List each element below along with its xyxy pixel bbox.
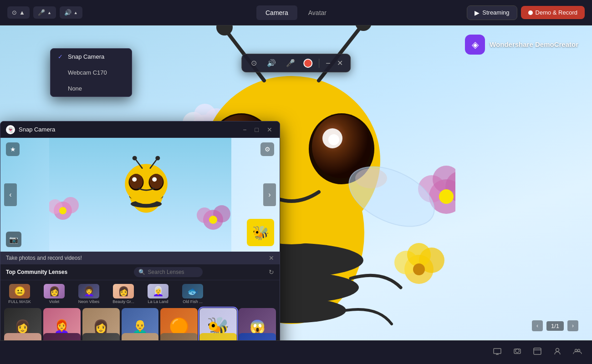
rec-close-btn[interactable]: ✕ [337, 59, 343, 67]
featured-label-2: Neon Vibes [78, 299, 99, 304]
dropdown-item-label: Webcam C170 [68, 69, 107, 76]
svg-point-55 [129, 174, 143, 189]
snap-notification: Take photos and record videos! ✕ [0, 252, 280, 264]
lens-thumb-r2-5: 🔵 [239, 333, 276, 340]
snap-minimize-btn[interactable]: − [241, 125, 248, 134]
watermark: ◈ Wondershare DemoCreator [465, 35, 578, 55]
tab-camera[interactable]: Camera [256, 5, 297, 20]
svg-point-61 [132, 156, 137, 161]
snap-close-btn[interactable]: ✕ [265, 125, 274, 134]
featured-item-5[interactable]: 🐟 Old Fish ... [175, 282, 210, 304]
lens-item-r2-4[interactable]: 🟡 [199, 333, 237, 340]
toolbar-center: Camera Avatar [256, 5, 336, 20]
dropdown-item-label: Snap Camera [68, 53, 104, 60]
snap-logo: 👻 [6, 125, 15, 134]
snap-preview-svg [49, 138, 231, 252]
mic-arrow: ▲ [47, 10, 51, 15]
svg-point-67 [515, 349, 519, 353]
lens-item-r2-3[interactable]: 👩 [160, 333, 198, 340]
lens-item-r2-0[interactable]: 🧍‍♀️ [43, 333, 81, 340]
bottom-toolbar [0, 340, 592, 364]
featured-item-4[interactable]: 👩‍🦳 La La Land [141, 282, 175, 304]
rec-divider [319, 59, 319, 68]
snap-titlebar: 👻 Snap Camera − □ ✕ [0, 121, 280, 138]
page-indicator: ‹ 1/1 › [532, 320, 578, 331]
snap-preview-inner [0, 138, 280, 252]
featured-item-1[interactable]: 👩 Violet [37, 282, 71, 304]
snap-photo-btn[interactable]: 📷 [6, 232, 21, 247]
record-dot [303, 59, 312, 68]
svg-point-19 [439, 189, 454, 204]
webcam-btn[interactable] [510, 344, 525, 361]
featured-item-3[interactable]: 👩 Beauty Gr... [106, 282, 141, 304]
rec-mic-btn[interactable]: 🎤 [284, 58, 297, 68]
streaming-label: Streaming [482, 9, 509, 16]
community-search[interactable]: 🔍 [134, 267, 203, 277]
camera-dropdown: ✓ Snap Camera ✓ Webcam C170 ✓ None [50, 48, 132, 97]
screen-capture-btn[interactable] [490, 344, 505, 361]
featured-label-0: FULL MASK [8, 299, 31, 304]
lens-thumb-r2-1: 👥 [82, 333, 120, 340]
featured-label-5: Old Fish ... [183, 299, 203, 304]
users-btn[interactable] [570, 344, 585, 361]
lens-item-no-makeup[interactable]: 👩 no makeup [4, 333, 41, 340]
page-prev-btn[interactable]: ‹ [532, 320, 543, 331]
lens-item-r2-1[interactable]: 👥 [82, 333, 120, 340]
page-next-btn[interactable]: › [567, 320, 578, 331]
screen-icon [493, 347, 502, 356]
rec-record-btn[interactable] [303, 59, 312, 68]
rec-minimize-btn[interactable]: − [326, 59, 331, 67]
lens-item-r2-5[interactable]: 🔵 [239, 333, 276, 340]
streaming-btn[interactable]: ▶ Streaming [467, 5, 517, 20]
svg-point-72 [575, 349, 577, 352]
lens-grid: 👩 Film Cam 👩‍🦰 Pink Honey 👩 Peppery [0, 305, 280, 340]
search-input[interactable] [148, 269, 198, 275]
featured-item-0[interactable]: 😐 FULL MASK [2, 282, 37, 304]
svg-point-58 [149, 174, 163, 189]
mic-icon: 🎤 [38, 9, 45, 16]
featured-item-2[interactable]: 👩‍🦱 Neon Vibes [71, 282, 106, 304]
rec-speaker-btn[interactable]: 🔊 [265, 58, 278, 68]
snap-settings-btn[interactable]: ⚙ [260, 142, 274, 156]
svg-point-49 [209, 216, 217, 224]
watermark-text: Wondershare DemoCreator [490, 40, 578, 49]
dropdown-item-label: None [68, 85, 82, 92]
speaker-select-btn[interactable]: 🔊 ▲ [60, 6, 82, 19]
rec-camera-btn[interactable]: ⊙ [249, 58, 259, 68]
snap-prev-arrow-btn[interactable]: ‹ [4, 183, 17, 206]
svg-point-71 [556, 349, 559, 352]
lens-thumb-r2-4: 🟡 [199, 333, 237, 340]
person-btn[interactable] [550, 344, 565, 361]
snap-favorite-btn[interactable]: ★ [6, 142, 20, 156]
svg-point-63 [155, 156, 160, 161]
mic-select-btn[interactable]: 🎤 ▲ [33, 6, 56, 19]
dropdown-item-webcam[interactable]: ✓ Webcam C170 [51, 65, 132, 81]
lens-item-r2-2[interactable]: 👩 morning [122, 333, 159, 340]
dropdown-item-none[interactable]: ✓ None [51, 81, 132, 96]
svg-rect-64 [494, 349, 501, 354]
speaker-icon: 🔊 [64, 9, 71, 16]
snap-maximize-btn[interactable]: □ [253, 125, 260, 134]
featured-thumb-1: 👩 [44, 284, 65, 298]
window-btn[interactable] [530, 344, 545, 361]
dropdown-item-snap-camera[interactable]: ✓ Snap Camera [51, 49, 132, 65]
featured-label-1: Violet [49, 299, 59, 304]
demo-record-label: Demo & Record [536, 9, 577, 16]
demo-record-btn[interactable]: Demo & Record [521, 6, 585, 19]
camera-select-btn[interactable]: ⊙ ▲ [7, 6, 30, 19]
refresh-btn[interactable]: ↻ [269, 268, 274, 276]
notif-close-btn[interactable]: ✕ [269, 254, 274, 262]
camera-icon: ⊙ [12, 9, 17, 16]
tab-avatar[interactable]: Avatar [299, 5, 336, 20]
community-bar: Top Community Lenses 🔍 ↻ [0, 264, 280, 280]
featured-label-3: Beauty Gr... [112, 299, 134, 304]
watermark-icon: ◈ [465, 35, 485, 55]
featured-row: 😐 FULL MASK 👩 Violet 👩‍🦱 Neon Vibes 👩 Be… [0, 280, 280, 305]
streaming-icon: ▶ [475, 9, 480, 16]
check-icon: ✓ [58, 53, 64, 60]
search-icon: 🔍 [138, 269, 145, 275]
page-counter: 1/1 [546, 321, 564, 331]
snap-next-arrow-btn[interactable]: › [263, 183, 276, 206]
svg-point-13 [407, 243, 431, 267]
window-icon [533, 347, 542, 356]
